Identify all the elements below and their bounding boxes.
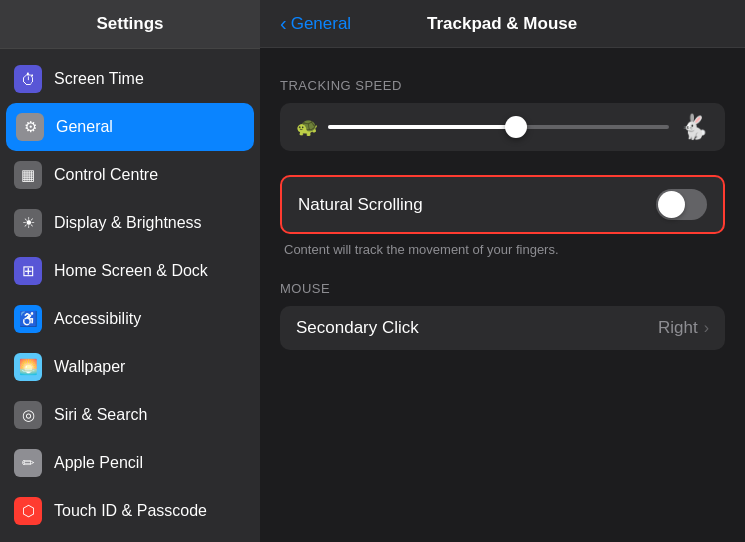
slider-fill	[328, 125, 516, 129]
siri-search-icon: ◎	[14, 401, 42, 429]
sidebar-item-label-wallpaper: Wallpaper	[54, 358, 125, 376]
sidebar-item-label-screen-time: Screen Time	[54, 70, 144, 88]
display-brightness-icon: ☀	[14, 209, 42, 237]
secondary-click-value-text: Right	[658, 318, 698, 338]
sidebar-item-accessibility[interactable]: ♿ Accessibility	[0, 295, 260, 343]
apple-pencil-icon: ✏	[14, 449, 42, 477]
sidebar-item-siri-search[interactable]: ◎ Siri & Search	[0, 391, 260, 439]
sidebar-item-label-display-brightness: Display & Brightness	[54, 214, 202, 232]
slider-slow-icon: 🐢	[296, 116, 318, 138]
natural-scrolling-row[interactable]: Natural Scrolling	[280, 175, 725, 234]
sidebar-item-control-centre[interactable]: ▦ Control Centre	[0, 151, 260, 199]
natural-scrolling-label: Natural Scrolling	[298, 195, 423, 215]
secondary-click-row[interactable]: Secondary Click Right ›	[280, 306, 725, 350]
back-chevron-icon: ‹	[280, 12, 287, 35]
natural-scrolling-helper: Content will track the movement of your …	[280, 242, 725, 257]
mouse-section-label: MOUSE	[280, 281, 725, 296]
home-screen-icon: ⊞	[14, 257, 42, 285]
general-icon: ⚙	[16, 113, 44, 141]
sidebar-item-wallpaper[interactable]: 🌅 Wallpaper	[0, 343, 260, 391]
secondary-click-label: Secondary Click	[296, 318, 419, 338]
sidebar-items-list: ⏱ Screen Time ⚙ General ▦ Control Centre…	[0, 49, 260, 542]
sidebar-header: Settings	[0, 0, 260, 49]
wallpaper-icon: 🌅	[14, 353, 42, 381]
sidebar-item-battery[interactable]: ⬜ Battery	[0, 535, 260, 542]
natural-scrolling-toggle[interactable]	[656, 189, 707, 220]
tracking-speed-label: TRACKING SPEED	[280, 78, 725, 93]
sidebar-item-apple-pencil[interactable]: ✏ Apple Pencil	[0, 439, 260, 487]
tracking-speed-slider-container: 🐢 🐇	[280, 103, 725, 151]
main-content: ‹ General Trackpad & Mouse TRACKING SPEE…	[260, 0, 745, 542]
sidebar-item-touch-id[interactable]: ⬡ Touch ID & Passcode	[0, 487, 260, 535]
touch-id-icon: ⬡	[14, 497, 42, 525]
secondary-click-chevron-icon: ›	[704, 319, 709, 337]
sidebar-item-label-apple-pencil: Apple Pencil	[54, 454, 143, 472]
main-header: ‹ General Trackpad & Mouse	[260, 0, 745, 48]
sidebar-item-label-general: General	[56, 118, 113, 136]
sidebar-item-home-screen[interactable]: ⊞ Home Screen & Dock	[0, 247, 260, 295]
back-label: General	[291, 14, 351, 34]
slider-fast-icon: 🐇	[679, 113, 709, 141]
sidebar-item-screen-time[interactable]: ⏱ Screen Time	[0, 55, 260, 103]
sidebar-item-general[interactable]: ⚙ General	[6, 103, 254, 151]
sidebar-item-label-home-screen: Home Screen & Dock	[54, 262, 208, 280]
sidebar-item-display-brightness[interactable]: ☀ Display & Brightness	[0, 199, 260, 247]
sidebar-item-label-touch-id: Touch ID & Passcode	[54, 502, 207, 520]
sidebar-item-label-accessibility: Accessibility	[54, 310, 141, 328]
control-centre-icon: ▦	[14, 161, 42, 189]
slider-track[interactable]	[328, 125, 669, 129]
sidebar: Settings ⏱ Screen Time ⚙ General ▦ Contr…	[0, 0, 260, 542]
back-button[interactable]: ‹ General	[280, 12, 351, 35]
accessibility-icon: ♿	[14, 305, 42, 333]
sidebar-title: Settings	[96, 14, 163, 33]
toggle-knob	[658, 191, 685, 218]
sidebar-item-label-siri-search: Siri & Search	[54, 406, 147, 424]
screen-time-icon: ⏱	[14, 65, 42, 93]
secondary-click-value: Right ›	[658, 318, 709, 338]
page-title: Trackpad & Mouse	[359, 14, 645, 34]
sidebar-item-label-control-centre: Control Centre	[54, 166, 158, 184]
slider-thumb[interactable]	[505, 116, 527, 138]
main-body: TRACKING SPEED 🐢 🐇 Natural Scrolling Con…	[260, 48, 745, 542]
